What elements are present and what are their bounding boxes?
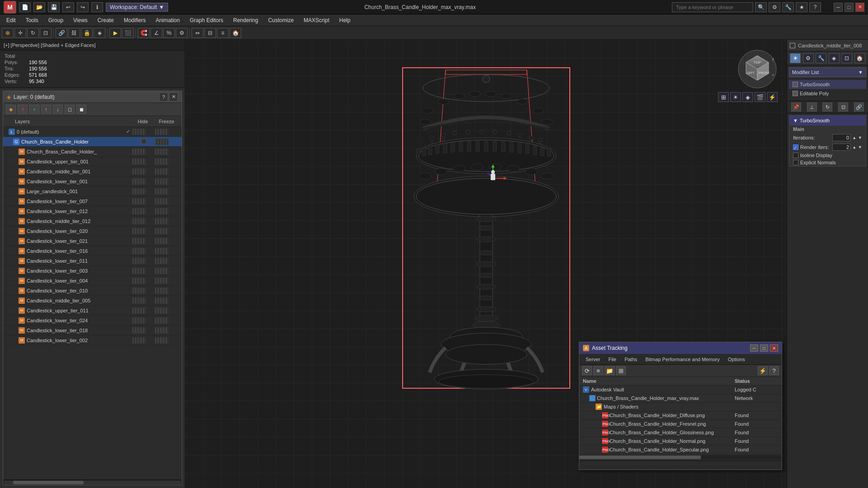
help2-btn[interactable]: ?: [809, 2, 821, 12]
ts-isoline-checkbox[interactable]: [793, 153, 798, 158]
layer-item[interactable]: M Candlestick_middle_tier_005: [3, 296, 182, 306]
viewport-btn-2[interactable]: ☀: [730, 92, 741, 102]
table-row[interactable]: PNG Church_Brass_Candle_Holder_Glossines…: [579, 428, 782, 437]
layer-item[interactable]: M Candlestick_lower_tier_020: [3, 226, 182, 236]
layer-item[interactable]: M Candlestick_lower_tier_011: [3, 256, 182, 266]
layer-item[interactable]: M Candlestick_lower_tier_001: [3, 177, 182, 186]
table-row[interactable]: Church_Brass_Candle_Holder_max_vray.max …: [579, 394, 782, 403]
at-settings-icon[interactable]: ?: [769, 366, 779, 375]
snap-btn[interactable]: 🧲: [138, 28, 150, 38]
at-menu-paths[interactable]: Paths: [621, 356, 641, 363]
modifier-turbosmooth[interactable]: TurboSmooth: [789, 80, 866, 89]
percent-snap-btn[interactable]: %: [163, 28, 175, 38]
scene-btn[interactable]: 🏠: [230, 28, 241, 38]
angle-snap-btn[interactable]: ∠: [150, 28, 162, 38]
table-row[interactable]: PNG Church_Brass_Candle_Holder_Specular.…: [579, 446, 782, 454]
redo-btn[interactable]: ↪: [77, 2, 89, 12]
mod-icon-1[interactable]: ☀: [790, 53, 801, 63]
mirror-btn[interactable]: ⇔: [192, 28, 203, 38]
layer-dialog-close[interactable]: ✕: [169, 93, 178, 102]
layer-item[interactable]: M Candlestick_lower_tier_004: [3, 276, 182, 286]
table-row[interactable]: PNG Church_Brass_Candle_Holder_Diffuse.p…: [579, 411, 782, 420]
move-btn[interactable]: ✛: [14, 28, 26, 38]
modifier-list-dropdown[interactable]: Modifier List ▼: [789, 67, 866, 77]
ts-render-iters-input[interactable]: [832, 144, 850, 151]
mod-pin-btn[interactable]: 📌: [791, 102, 801, 112]
table-row[interactable]: 📁 Maps / Shaders: [579, 403, 782, 411]
open-btn[interactable]: 📂: [33, 2, 45, 12]
mod-icon-3[interactable]: 🔧: [816, 53, 826, 63]
at-folder-btn[interactable]: 📁: [605, 366, 615, 375]
at-help-icon[interactable]: ⚡: [758, 366, 768, 375]
at-grid-btn[interactable]: ⊞: [616, 366, 626, 375]
viewport-btn-5[interactable]: ⚡: [767, 92, 778, 102]
align-btn[interactable]: ⊟: [204, 28, 216, 38]
layer-scrollbar-thumb[interactable]: [13, 481, 84, 484]
ts-spinner-down[interactable]: ▼: [858, 135, 862, 140]
table-row[interactable]: PNG Church_Brass_Candle_Holder_Normal.pn…: [579, 437, 782, 446]
layer-tool-move-up[interactable]: ↑: [41, 105, 51, 114]
search-input[interactable]: [672, 2, 753, 12]
layer-item[interactable]: M Candlestick_lower_tier_024: [3, 316, 182, 325]
layer-item[interactable]: M Candlestick_upper_tier_011: [3, 306, 182, 316]
at-minimize-btn[interactable]: ─: [750, 344, 758, 352]
ts-collapse-icon[interactable]: ▼: [793, 118, 798, 123]
ts-explicit-checkbox[interactable]: [793, 160, 798, 165]
layer-item[interactable]: M Candlestick_middle_tier_012: [3, 216, 182, 226]
at-list-btn[interactable]: ≡: [593, 366, 603, 375]
ts-spinner-up[interactable]: ▲: [852, 135, 856, 140]
layer-item[interactable]: M Candlestick_lower_tier_002: [3, 335, 182, 345]
menu-tools[interactable]: Tools: [21, 15, 43, 25]
viewport-btn-3[interactable]: ◈: [742, 92, 753, 102]
menu-help[interactable]: Help: [335, 15, 355, 25]
mod-icon-2[interactable]: ⚙: [803, 53, 814, 63]
layer-item[interactable]: M Candlestick_lower_tier_016: [3, 246, 182, 256]
at-refresh-btn[interactable]: ⟳: [582, 366, 592, 375]
layer-item[interactable]: M Candlestick_lower_tier_012: [3, 206, 182, 216]
new-btn[interactable]: 📄: [19, 2, 31, 12]
ts-iterations-input[interactable]: [832, 134, 850, 141]
at-horizontal-scrollbar[interactable]: [579, 455, 782, 460]
layer-item[interactable]: M Church_Brass_Candle_Holder_: [3, 147, 182, 157]
mod-icon-5[interactable]: ⊡: [841, 53, 852, 63]
search-btn[interactable]: 🔍: [755, 2, 767, 12]
at-close-btn[interactable]: ✕: [770, 344, 778, 352]
at-menu-file[interactable]: File: [605, 356, 620, 363]
menu-maxscript[interactable]: MAXScript: [299, 15, 334, 25]
material-btn[interactable]: ◈: [94, 28, 105, 38]
menu-customize[interactable]: Customize: [263, 15, 298, 25]
modifier-editable-poly[interactable]: Editable Poly: [789, 89, 866, 98]
layer-item[interactable]: M Candlestick_lower_tier_007: [3, 196, 182, 206]
help-btn[interactable]: ★: [796, 2, 807, 12]
at-menu-bitmap[interactable]: Bitmap Performance and Memory: [642, 356, 723, 363]
layer-btn[interactable]: ≡: [217, 28, 229, 38]
at-menu-options[interactable]: Options: [724, 356, 749, 363]
layer-tool-add[interactable]: +: [29, 105, 39, 114]
layer-dialog-help[interactable]: ?: [159, 93, 168, 102]
menu-rendering[interactable]: Rendering: [229, 15, 263, 25]
ts-render-iters-checkbox[interactable]: ✓: [793, 144, 798, 150]
layer-scrollbar[interactable]: [3, 479, 182, 485]
layer-tool-move-down[interactable]: ↓: [53, 105, 63, 114]
layer-item[interactable]: G Church_Brass_Candle_Holder: [3, 137, 182, 147]
menu-modifiers[interactable]: Modifiers: [119, 15, 150, 25]
bind-btn[interactable]: 🔒: [81, 28, 93, 38]
bookmark-btn[interactable]: 🔧: [782, 2, 794, 12]
layer-item[interactable]: M Candlestick_middle_tier_001: [3, 167, 182, 177]
close-btn[interactable]: ✕: [855, 3, 864, 12]
layer-item[interactable]: M Candlestick_upper_tier_001: [3, 157, 182, 167]
info-btn[interactable]: ℹ: [91, 2, 103, 12]
quick-render-btn[interactable]: ⬛: [122, 28, 134, 38]
menu-group[interactable]: Group: [44, 15, 68, 25]
table-row[interactable]: PNG Church_Brass_Candle_Holder_Fresnel.p…: [579, 420, 782, 428]
mod-rot-btn[interactable]: ↻: [822, 102, 832, 112]
layer-tool-unselect[interactable]: ◼: [76, 105, 86, 114]
undo-btn[interactable]: ↩: [62, 2, 74, 12]
snap-set-btn[interactable]: ⚙: [176, 28, 188, 38]
layer-item[interactable]: L 0 (default) ✓: [3, 127, 182, 137]
unlink-btn[interactable]: ⛓: [68, 28, 80, 38]
layer-item[interactable]: M Candlestick_lower_tier_003: [3, 266, 182, 276]
viewport-btn-4[interactable]: 🎬: [755, 92, 765, 102]
select-btn[interactable]: ⊕: [2, 28, 14, 38]
link-btn[interactable]: 🔗: [56, 28, 67, 38]
